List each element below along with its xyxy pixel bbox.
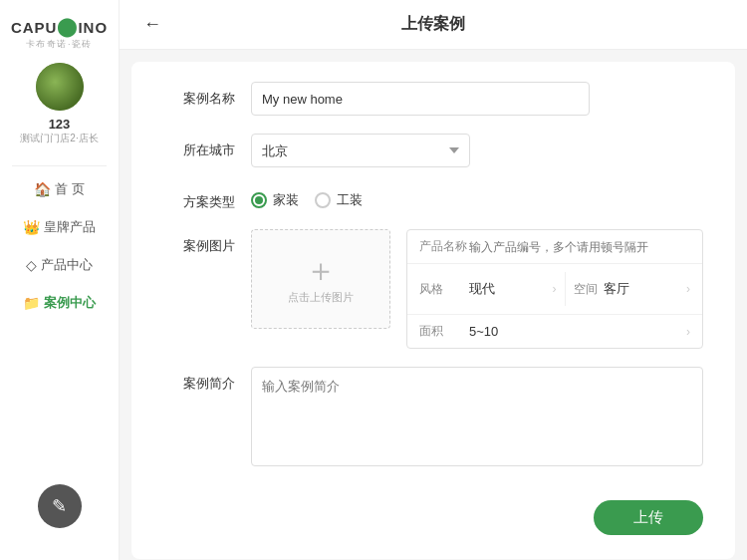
product-name-label: 产品名称 (419, 238, 469, 255)
upload-text: 点击上传图片 (288, 290, 354, 305)
case-image-control: ＋ 点击上传图片 产品名称 风格 现代 › (251, 229, 703, 349)
area-row: 面积 5~10 › (407, 315, 702, 348)
radio-work-outer (315, 192, 331, 208)
type-home-label: 家装 (273, 191, 299, 209)
style-chevron-icon[interactable]: › (553, 282, 557, 296)
case-name-row: 案例名称 (163, 82, 703, 116)
product-icon: ◇ (26, 257, 37, 273)
edit-icon: ✎ (52, 495, 67, 517)
space-value: 客厅 (604, 280, 687, 298)
city-row: 所在城市 北京 上海 广州 深圳 (163, 134, 703, 167)
desc-control (251, 367, 703, 470)
edit-button[interactable]: ✎ (38, 484, 82, 528)
sidebar-item-product-label: 产品中心 (41, 256, 93, 274)
area-label: 面积 (419, 323, 469, 340)
sidebar-bottom: ✎ (38, 484, 82, 544)
style-label: 风格 (419, 281, 469, 298)
case-image-label: 案例图片 (163, 229, 235, 255)
desc-textarea[interactable] (251, 367, 703, 466)
product-name-input[interactable] (469, 240, 690, 254)
space-chevron-icon[interactable]: › (686, 282, 690, 296)
desc-label: 案例简介 (163, 367, 235, 393)
area-chevron-icon[interactable]: › (686, 325, 690, 339)
back-button[interactable]: ← (143, 14, 161, 35)
desc-row: 案例简介 (163, 367, 703, 470)
type-row: 方案类型 家装 工装 (163, 185, 703, 211)
type-label: 方案类型 (163, 185, 235, 211)
radio-home-outer (251, 192, 267, 208)
upload-plus-icon: ＋ (305, 254, 337, 286)
style-value: 现代 (469, 280, 553, 298)
sidebar-item-home[interactable]: 🏠 首 页 (0, 170, 119, 208)
home-icon: 🏠 (34, 181, 51, 197)
type-home-option[interactable]: 家装 (251, 191, 299, 209)
brand-icon: 👑 (23, 219, 40, 235)
logo-sub: 卡布奇诺·瓷砖 (11, 38, 108, 51)
type-work-option[interactable]: 工装 (315, 191, 363, 209)
case-image-row: 案例图片 ＋ 点击上传图片 产品名称 风格 现 (163, 229, 703, 349)
nav-divider (12, 165, 107, 166)
style-space-row: 风格 现代 › 空间 客厅 › (407, 264, 702, 315)
sidebar-item-case-label: 案例中心 (44, 294, 96, 312)
space-label: 空间 (574, 281, 604, 298)
sidebar: CAPU⬤INO 卡布奇诺·瓷砖 123 测试门门店2·店长 🏠 首 页 👑 皇… (0, 0, 120, 560)
submit-button[interactable]: 上传 (594, 500, 703, 535)
user-role: 测试门门店2·店长 (20, 132, 98, 145)
type-work-label: 工装 (337, 191, 363, 209)
city-select[interactable]: 北京 上海 广州 深圳 (251, 134, 470, 167)
city-label: 所在城市 (163, 134, 235, 159)
sidebar-item-product[interactable]: ◇ 产品中心 (0, 246, 119, 284)
city-control: 北京 上海 广州 深圳 (251, 134, 703, 167)
page-header: ← 上传案例 (120, 0, 747, 50)
page-title: 上传案例 (401, 14, 465, 35)
case-name-input[interactable] (251, 82, 590, 116)
product-name-row: 产品名称 (407, 230, 702, 264)
upload-area[interactable]: ＋ 点击上传图片 (251, 229, 390, 329)
radio-home-inner (255, 196, 263, 204)
sidebar-item-brand[interactable]: 👑 皇牌产品 (0, 208, 119, 246)
logo: CAPU⬤INO 卡布奇诺·瓷砖 (11, 16, 108, 51)
case-name-control (251, 82, 703, 116)
sidebar-item-case[interactable]: 📁 案例中心 (0, 284, 119, 322)
sidebar-item-home-label: 首 页 (55, 180, 85, 198)
product-section: 产品名称 风格 现代 › 空间 客厅 › 面积 (406, 229, 703, 349)
submit-row: 上传 (163, 488, 703, 539)
form-area: 案例名称 所在城市 北京 上海 广州 深圳 方案类型 (131, 62, 735, 559)
username: 123 (49, 117, 71, 132)
case-icon: 📁 (23, 295, 40, 311)
type-control: 家装 工装 (251, 185, 703, 209)
avatar (36, 63, 84, 111)
main-content: ← 上传案例 案例名称 所在城市 北京 上海 广州 深圳 方案类型 (120, 0, 747, 560)
case-name-label: 案例名称 (163, 82, 235, 108)
area-value: 5~10 (469, 324, 686, 339)
style-space-divider (565, 272, 566, 306)
sidebar-item-brand-label: 皇牌产品 (44, 218, 96, 236)
